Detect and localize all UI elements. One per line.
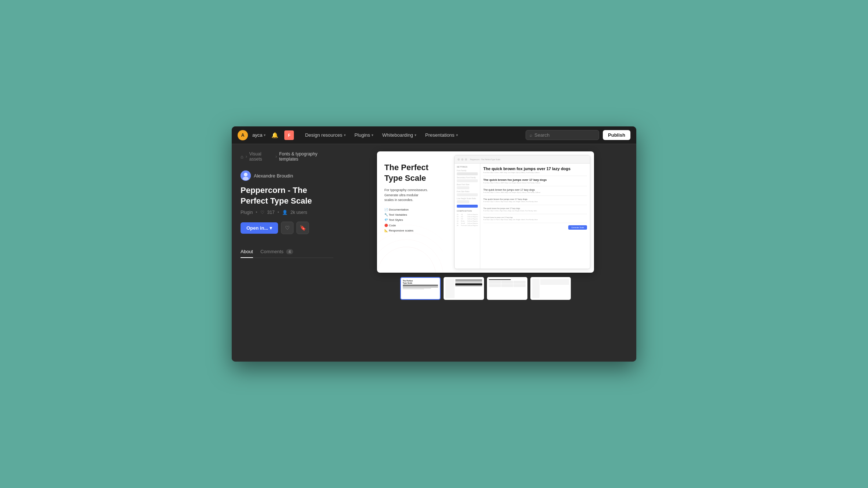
preview-settings-panel: Settings Font Family Secondary Font Fami… [455,164,480,269]
breadcrumb-current: Fonts & typography templates [279,151,333,162]
tabs-row: About Comments 4 [241,246,333,258]
search-icon: ⌕ [530,133,532,138]
font-ratio-label: Font Size Ratio [457,190,478,193]
heart-icon: ♡ [285,225,290,231]
feature-responsive-scales: 📐 Responsive scales [384,228,443,233]
preview-container: The Perfect Type Scale For typography co… [377,151,594,273]
breadcrumb-visual-assets[interactable]: Visual assets [249,151,273,162]
author-row: Alexandre Broudin [241,171,333,181]
search-box[interactable]: ⌕ Search [526,130,599,140]
settings-label: Settings [457,166,478,168]
preview-ui-toolbar: Peppercorn - The Perfect Type Scale [455,155,590,164]
preview-features-list: 📄 Documentation 🔧 Text Variables 💎 Text … [384,207,443,234]
users-icon: 👤 [282,210,288,215]
main-panel: The Perfect Type Scale For typography co… [342,144,636,362]
open-chevron-icon: ▾ [270,225,272,231]
author-name: Alexandre Broudin [254,173,293,179]
bookmark-icon: 🔖 [300,225,306,231]
action-row: Open in... ▾ ♡ 🔖 [241,222,333,234]
user-menu[interactable]: ayca ▾ [252,132,266,138]
user-chevron-icon: ▾ [264,133,266,137]
preview-main-title: The Perfect Type Scale [384,162,443,183]
toolbar-title: Peppercorn - The Perfect Type Scale [470,158,500,161]
generate-btn-row: Generate Scale [483,225,587,230]
preview-ui-body: Settings Font Family Secondary Font Fami… [455,164,590,269]
font-ratio-input [457,193,478,196]
line-height-label: Line Height Scale Ratio [457,197,478,200]
breadcrumb-sep-1: › [246,154,247,159]
generate-button[interactable]: Generate Scale [568,225,587,230]
thumbnails-row: The PerfectType Scale [400,277,571,300]
topbar-right: ⌕ Search Publish [526,130,630,140]
type-sample-sm: The quick brown fox jumps over 17 lazy d… [483,198,587,205]
plugin-title: Peppercorn - The Perfect Type Scale [241,185,333,206]
left-panel: ⌂ › Visual assets › Fonts & typography t… [232,144,342,362]
plugin-meta: Plugin • ♡ 317 • 👤 2k users [241,210,333,215]
tab-about[interactable]: About [241,246,253,258]
like-button[interactable]: ♡ [281,222,294,234]
font-family-input [457,172,478,175]
nav-design-resources[interactable]: Design resources ▾ [301,130,349,140]
browser-window: A ayca ▾ 🔔 F Design resources ▾ Plugins … [232,126,636,362]
type-sample-lg: The quick brown fox jumps over 17 lazy d… [483,178,587,186]
feature-text-styles: 💎 Text Styles [384,218,443,223]
toolbar-dot-1 [458,158,460,161]
composition-label: Composition [457,210,478,212]
comments-count-badge: 4 [286,249,293,254]
preview-text-side: The Perfect Type Scale For typography co… [377,151,451,273]
preview-description: For typography connoisseurs.Generate ult… [384,188,443,203]
line-height-input [457,200,469,203]
design-resources-chevron-icon: ▾ [344,133,346,137]
topbar: A ayca ▾ 🔔 F Design resources ▾ Plugins … [232,126,636,144]
feature-code: 🔴 Code [384,223,443,228]
secondary-font-label: Secondary Font Family [457,176,478,179]
publish-button[interactable]: Publish [603,130,630,140]
home-icon[interactable]: ⌂ [241,154,243,159]
breadcrumb-sep-2: › [275,154,277,159]
whiteboarding-chevron-icon: ▾ [415,133,416,137]
type-sample-md: The quick brown fox jumps over 17 lazy d… [483,189,587,196]
author-avatar[interactable] [241,171,251,181]
thumbnail-2[interactable] [444,277,484,300]
bookmark-button[interactable]: 🔖 [296,222,309,234]
thumbnail-4[interactable] [530,277,571,300]
preview-type-samples: The quick brown fox jumps over 17 lazy d… [480,164,590,269]
svg-point-2 [243,177,249,180]
baseline-grid-btn [457,205,478,208]
feature-documentation: 📄 Documentation [384,207,443,212]
type-sample-xs: The quick brown fox jumps over 17 lazy d… [483,207,587,214]
composition-grid: #1H1CallunaRegular #2H2CallunaRegular #3… [457,214,478,226]
thumbnail-1[interactable]: The PerfectType Scale [400,277,441,300]
toolbar-dot-3 [465,158,467,161]
author-avatar-img [241,171,251,181]
bell-icon[interactable]: 🔔 [271,132,278,139]
nav-whiteboarding[interactable]: Whiteboarding ▾ [378,130,420,140]
preview-ui-side: Peppercorn - The Perfect Type Scale Sett… [451,151,594,273]
nav-plugins[interactable]: Plugins ▾ [351,130,377,140]
type-sample-xxs: The quick brown fox jumps over 17 lazy d… [483,216,587,223]
tab-comments[interactable]: Comments 4 [260,246,293,258]
type-sample-xl: The quick brown fox jumps over 17 lazy d… [483,166,587,176]
like-count-icon: ♡ [260,210,264,215]
toolbar-dot-2 [461,158,463,161]
content-area: ⌂ › Visual assets › Fonts & typography t… [232,144,636,362]
nav-links: Design resources ▾ Plugins ▾ Whiteboardi… [301,130,521,140]
feature-text-variables: 🔧 Text Variables [384,212,443,218]
user-avatar[interactable]: A [238,130,248,140]
figma-icon: F [284,130,294,140]
base-font-size-label: Base Font Size [457,183,478,186]
breadcrumb: ⌂ › Visual assets › Fonts & typography t… [241,151,333,162]
preview-inner: The Perfect Type Scale For typography co… [377,151,594,273]
preview-ui-panel: Peppercorn - The Perfect Type Scale Sett… [454,155,590,269]
secondary-font-input [457,179,478,182]
nav-presentations[interactable]: Presentations ▾ [421,130,462,140]
plugins-chevron-icon: ▾ [371,133,373,137]
svg-point-1 [244,173,248,176]
thumbnail-3[interactable] [487,277,527,300]
base-font-input [457,186,469,189]
presentations-chevron-icon: ▾ [456,133,458,137]
font-family-label: Font Family [457,169,478,172]
open-button[interactable]: Open in... ▾ [241,222,278,234]
